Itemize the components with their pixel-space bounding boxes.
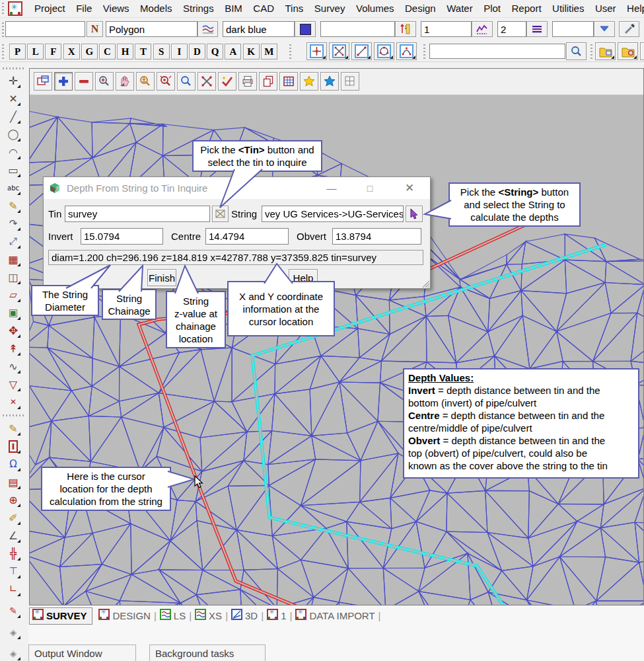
chart-picker-button[interactable] <box>472 21 493 37</box>
search-button[interactable] <box>566 42 587 60</box>
tin-input[interactable]: survey <box>65 206 210 222</box>
tab-3d[interactable]: 3D <box>231 609 258 623</box>
hotkey-L[interactable]: L <box>27 44 44 59</box>
search-toolbar-grip[interactable] <box>423 44 425 59</box>
cad-line-button[interactable] <box>351 42 372 60</box>
text-abc-button[interactable]: abc <box>3 180 24 196</box>
tin-2-button[interactable]: ◈ <box>3 645 24 661</box>
hotkey-C[interactable]: C <box>99 44 116 59</box>
left-toolbar-grip2[interactable] <box>3 414 24 416</box>
minus-button[interactable] <box>75 72 93 91</box>
field4-input[interactable] <box>320 21 395 37</box>
pencil-wave-button[interactable]: ✎ <box>3 420 24 436</box>
menu-strings[interactable]: Strings <box>183 3 214 14</box>
menu-tins[interactable]: Tins <box>285 3 304 14</box>
close-button[interactable]: ✕ <box>396 177 423 199</box>
hotkey-P[interactable]: P <box>9 44 26 59</box>
cad-circle-button[interactable] <box>374 42 394 60</box>
pin-button[interactable]: ↟ <box>3 340 24 356</box>
zoom-search-button[interactable] <box>177 72 196 91</box>
folder-toolbar-grip[interactable] <box>590 44 592 59</box>
z-picker-button[interactable]: z <box>395 21 416 37</box>
poly-color-button[interactable]: ∿ <box>3 358 24 374</box>
plus-button[interactable] <box>54 72 73 91</box>
weight-input[interactable]: 2 <box>497 21 526 37</box>
hammer-button[interactable]: ⊤ <box>3 563 24 579</box>
eyedropper-button[interactable] <box>619 21 639 37</box>
tab-survey[interactable]: ✳SURVEY <box>29 607 92 625</box>
folder-gear-button[interactable] <box>618 42 638 60</box>
output-window-panel[interactable]: Output Window <box>28 644 136 661</box>
string-picker-button[interactable] <box>406 206 423 222</box>
zoom-plusminus-button[interactable] <box>136 72 155 91</box>
format-toolbar-grip[interactable] <box>2 22 4 37</box>
pencil-red-button[interactable]: ✎ <box>3 603 24 619</box>
menu-water[interactable]: Water <box>447 3 472 14</box>
hotkey-K[interactable]: K <box>243 44 260 59</box>
node-edit-button[interactable]: ↷ <box>3 215 24 231</box>
shield-button[interactable]: ▽ <box>3 376 24 392</box>
hotkey-A[interactable]: A <box>225 44 241 59</box>
edit-sheet-button[interactable]: ▤ <box>3 474 24 490</box>
tab-data-import[interactable]: ✳DATA IMPORT <box>295 609 375 623</box>
menu-project[interactable]: Project <box>34 3 65 14</box>
multi-x-button[interactable]: ✕ <box>3 91 24 106</box>
z-input[interactable]: 1 <box>421 21 472 37</box>
menu-help[interactable]: Help <box>627 3 644 14</box>
menu-volumes[interactable]: Volumes <box>356 3 394 14</box>
hotkey-F[interactable]: F <box>45 44 61 59</box>
tab-1[interactable]: ✳1 <box>267 609 286 623</box>
cad-arc-button[interactable] <box>396 42 417 60</box>
invert-input[interactable]: 15.0794 <box>81 228 163 245</box>
hotkey-H[interactable]: H <box>117 44 133 59</box>
measure-button[interactable]: ⤢ <box>3 233 24 249</box>
folder-extra-button[interactable] <box>640 42 644 60</box>
colour-input[interactable]: dark blue <box>223 21 295 37</box>
tab-design[interactable]: ✳DESIGN <box>98 609 151 623</box>
linestyle-button[interactable] <box>526 21 548 37</box>
menu-utilities[interactable]: Utilities <box>552 3 584 14</box>
grid-button[interactable]: ▦ <box>3 251 24 267</box>
hotkey-Q[interactable]: Q <box>207 44 223 59</box>
grid-red-button[interactable]: ╬ <box>3 545 24 561</box>
left-toolbar-grip[interactable] <box>3 67 24 69</box>
tin-picker-button[interactable] <box>212 206 229 222</box>
centre-input[interactable]: 14.4794 <box>205 228 289 245</box>
hotkey-M[interactable]: M <box>261 44 277 59</box>
menu-cad[interactable]: CAD <box>253 3 274 14</box>
zoom-in-button[interactable] <box>95 72 114 91</box>
entity-picker-button[interactable] <box>197 21 218 37</box>
x-small-button[interactable]: ✕ <box>3 394 24 410</box>
menu-design[interactable]: Design <box>405 3 436 14</box>
menu-grip[interactable] <box>2 3 4 15</box>
star-blue-button[interactable] <box>320 72 339 91</box>
rect-button[interactable]: ▭ <box>3 162 24 178</box>
colour-swatch-button[interactable] <box>295 21 316 37</box>
move-button[interactable]: ✥ <box>3 323 24 338</box>
hotkey-I[interactable]: I <box>171 44 188 59</box>
arc-button[interactable]: ◠ <box>3 144 24 160</box>
search-input[interactable] <box>429 44 565 59</box>
hotkey-S[interactable]: S <box>153 44 170 59</box>
menu-user[interactable]: User <box>595 3 616 14</box>
style-dropdown-button[interactable] <box>594 21 615 37</box>
menu-survey[interactable]: Survey <box>314 3 345 14</box>
cad-toolbar-grip[interactable] <box>289 44 291 59</box>
hotkey-D[interactable]: D <box>189 44 205 59</box>
menu-plot[interactable]: Plot <box>483 3 501 14</box>
line-button[interactable]: ╱ <box>3 108 24 124</box>
background-tasks-panel[interactable]: Background tasks <box>149 644 266 661</box>
entity-input[interactable]: Polygon <box>106 21 197 37</box>
tab-xs[interactable]: XS <box>195 609 222 623</box>
image-button[interactable]: ▣ <box>3 305 24 321</box>
survey-person-button[interactable]: Ω <box>3 456 24 472</box>
table-button[interactable] <box>279 72 298 91</box>
shape-button[interactable]: ▱ <box>3 287 24 303</box>
name-picker-button[interactable]: N <box>87 21 103 37</box>
hotkey-toolbar-grip[interactable] <box>2 44 4 59</box>
crosshair-button[interactable]: ✛ <box>3 73 24 89</box>
resize-grip[interactable] <box>421 279 430 288</box>
snap-x-button[interactable] <box>197 72 216 91</box>
window-button[interactable]: ◫ <box>3 269 24 285</box>
tile-button[interactable] <box>341 72 359 91</box>
